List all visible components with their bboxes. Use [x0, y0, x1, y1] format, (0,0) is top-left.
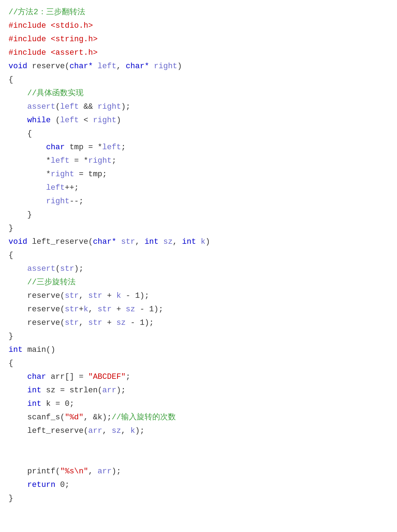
line-3: #include <string.h> [7, 33, 390, 47]
sz-close: ); [116, 386, 126, 395]
line-13-content: *right = tmp; [7, 168, 390, 181]
indent-36 [9, 480, 27, 489]
while-cond: ( [51, 116, 60, 125]
reserve3-sz: sz [116, 318, 126, 327]
line-28-content: char arr[] = "ABCDEF"; [7, 371, 390, 383]
main-func: main() [23, 345, 55, 354]
line-19-content: { [7, 249, 390, 262]
indent-11 [9, 143, 46, 152]
reserve2-sz: sz [126, 305, 135, 314]
eq-1: = * [70, 156, 88, 165]
line-12: *left = *right; [7, 155, 390, 168]
assert-str-close: ); [74, 264, 83, 273]
eq-2: = tmp; [74, 170, 107, 179]
line-15-content: right--; [7, 195, 390, 208]
return-val: 0; [55, 480, 70, 489]
reserve2-str2: str [98, 305, 112, 314]
reserve2-plus-k: + [79, 305, 83, 314]
indent-22: reserve( [9, 291, 65, 300]
line-4-content: #include <assert.h> [7, 47, 390, 59]
line-15: right--; [7, 195, 390, 209]
param-right: right [154, 62, 177, 71]
lr-k: k [130, 426, 135, 435]
reserve2-end: - 1); [135, 305, 163, 314]
right-mm: right [46, 197, 70, 206]
line-2-content: #include <stdio.h> [7, 20, 390, 32]
indent-21 [9, 278, 27, 287]
line-35-content: printf("%s\n", arr); [7, 466, 390, 478]
paren-close1: ) [177, 62, 182, 71]
line-35: printf("%s\n", arr); [7, 466, 390, 479]
comma1: , [116, 62, 126, 71]
reserve3-expr: + [102, 318, 116, 327]
space1: reserve( [27, 62, 70, 71]
printf-close: ); [112, 467, 121, 476]
indent-13: * [9, 170, 51, 179]
reserve2-mid: , [88, 305, 97, 314]
char-type-tmp: char [46, 143, 65, 152]
line-21: //三步旋转法 [7, 276, 390, 290]
param-sz: sz [163, 237, 173, 246]
assert-str-param: str [60, 264, 74, 273]
line-31-content: scanf_s("%d", &k);//输入旋转的次数 [7, 412, 390, 424]
line-3-content: #include <string.h> [7, 33, 390, 45]
line-17-content: } [7, 222, 390, 235]
line-37-content: } [7, 493, 390, 505]
arr-semi: ; [126, 372, 130, 381]
int-kw-sz: int [27, 386, 42, 395]
char-type-str: char* [93, 237, 116, 246]
left-pp: left [46, 183, 65, 192]
line-36: return 0; [7, 479, 390, 493]
line-34-content [7, 452, 390, 464]
space-str [116, 237, 121, 246]
line-7: //具体函数实现 [7, 87, 390, 101]
lr-close: ); [135, 426, 144, 435]
indent-32: left_reserve( [9, 426, 88, 435]
line-21-content: //三步旋转法 [7, 276, 390, 289]
reserve1-k: k [116, 291, 121, 300]
reserve3-str2: str [88, 318, 102, 327]
preprocessor-string: #include <string.h> [9, 35, 98, 44]
line-31: scanf_s("%d", &k);//输入旋转的次数 [7, 412, 390, 425]
while-close: ) [116, 116, 121, 125]
indent-9 [9, 116, 27, 125]
assert-keyword-1: assert [27, 102, 55, 111]
assert-keyword-2: assert [27, 264, 55, 273]
reserve1-end: - 1); [121, 291, 149, 300]
line-1: //方法2：三步翻转法 [7, 6, 390, 20]
line-37: } [7, 493, 390, 506]
brace-open-4: { [9, 359, 13, 368]
brace-close-1: } [9, 224, 13, 233]
comment-threestep: //三步旋转法 [27, 278, 76, 287]
line-27-content: { [7, 358, 390, 370]
sz-decl: sz = strlen( [41, 386, 102, 395]
line-2: #include <stdio.h> [7, 20, 390, 33]
line-29-content: int sz = strlen(arr); [7, 385, 390, 397]
brace-open-1: { [9, 75, 13, 84]
arr-open: arr[] = [46, 372, 88, 381]
brace-open-3: { [9, 251, 13, 260]
while-right: right [93, 116, 116, 125]
pp-op: ++; [65, 183, 79, 192]
assert-close-1: ); [121, 102, 130, 111]
line-26: int main() [7, 344, 390, 358]
line-28: char arr[] = "ABCDEF"; [7, 371, 390, 385]
comma-lr1: , [135, 237, 144, 246]
int-kw-k2: int [27, 399, 42, 408]
reserve2-str: str [65, 305, 79, 314]
reserve3-str1: str [65, 318, 79, 327]
line-10-content: { [7, 128, 390, 140]
while-keyword: while [27, 116, 51, 125]
reserve3-mid: , [79, 318, 88, 327]
indent-28 [9, 372, 27, 381]
line-18-content: void left_reserve(char* str, int sz, int… [7, 236, 390, 248]
reserve1-mid: , [79, 291, 88, 300]
line-24-content: reserve(str, str + sz - 1); [7, 317, 390, 329]
line-23-content: reserve(str+k, str + sz - 1); [7, 303, 390, 316]
blank-34 [9, 453, 13, 462]
line-9: while (left < right) [7, 114, 390, 128]
reserve1-expr: + [102, 291, 116, 300]
line-30: int k = 0; [7, 398, 390, 412]
line-5: void reserve(char* left, char* right) [7, 60, 390, 74]
lt-op: < [79, 116, 93, 125]
